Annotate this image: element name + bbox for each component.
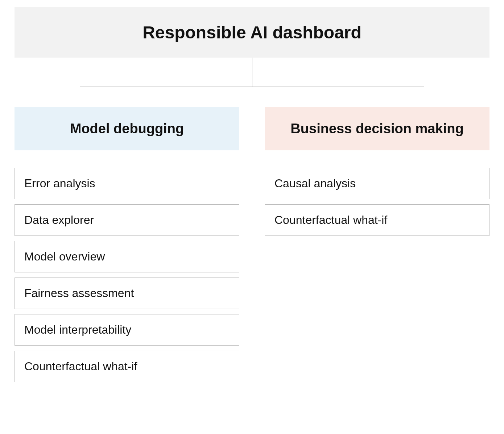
item-counterfactual-what-if-b: Counterfactual what-if (265, 204, 489, 236)
category-model-debugging: Model debugging Error analysis Data expl… (15, 107, 239, 387)
item-label: Counterfactual what-if (274, 213, 387, 226)
root-node: Responsible AI dashboard (15, 7, 489, 58)
category-label: Model debugging (70, 121, 184, 136)
root-title: Responsible AI dashboard (142, 23, 362, 42)
category-header-business-decision-making: Business decision making (265, 107, 489, 150)
connector-vertical-root (252, 58, 252, 87)
item-data-explorer: Data explorer (15, 204, 239, 236)
item-error-analysis: Error analysis (15, 168, 239, 199)
item-label: Causal analysis (274, 177, 356, 190)
category-header-model-debugging: Model debugging (15, 107, 239, 150)
item-model-overview: Model overview (15, 241, 239, 272)
item-model-interpretability: Model interpretability (15, 314, 239, 346)
item-counterfactual-what-if: Counterfactual what-if (15, 351, 239, 382)
item-label: Error analysis (24, 177, 95, 190)
connector-vertical-left (80, 87, 80, 107)
item-label: Counterfactual what-if (24, 360, 137, 373)
connector-vertical-right (424, 87, 424, 107)
category-business-decision-making: Business decision making Causal analysis… (265, 107, 489, 387)
item-label: Data explorer (24, 213, 94, 226)
item-label: Model interpretability (24, 323, 131, 336)
category-label: Business decision making (290, 121, 463, 136)
connector-horizontal (80, 87, 424, 87)
item-label: Model overview (24, 250, 105, 263)
categories-row: Model debugging Error analysis Data expl… (15, 107, 489, 387)
item-fairness-assessment: Fairness assessment (15, 277, 239, 309)
item-label: Fairness assessment (24, 287, 134, 300)
item-causal-analysis: Causal analysis (265, 168, 489, 199)
